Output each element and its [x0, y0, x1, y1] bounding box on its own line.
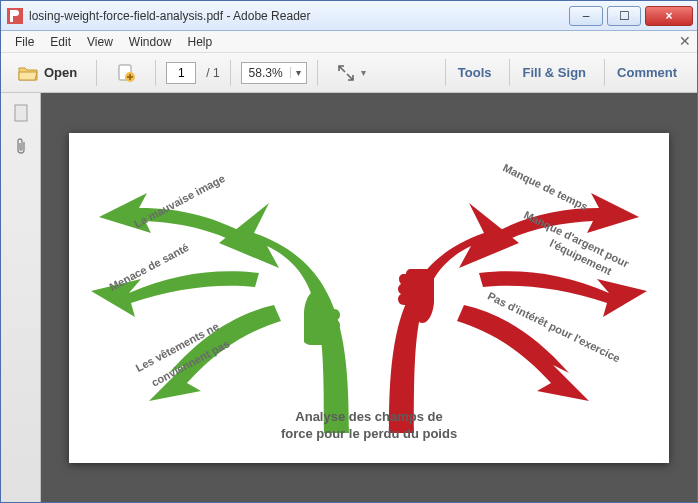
menu-view[interactable]: View: [79, 33, 121, 51]
window-title: losing-weight-force-field-analysis.pdf -…: [29, 9, 565, 23]
separator: [230, 60, 231, 86]
menu-window[interactable]: Window: [121, 33, 180, 51]
menu-edit[interactable]: Edit: [42, 33, 79, 51]
caption-line: Analyse des champs de: [239, 409, 499, 426]
svg-rect-3: [15, 105, 27, 121]
document-close-icon[interactable]: ✕: [679, 33, 691, 49]
folder-open-icon: [18, 64, 38, 82]
read-mode-button[interactable]: ▾: [328, 59, 375, 87]
caption-line: force pour le perdu du poids: [239, 426, 499, 443]
toolbar: Open / 1 58.3% ▾ ▾ Tools Fill & Sign Com…: [1, 53, 697, 93]
page-number-input[interactable]: [166, 62, 196, 84]
window-buttons: – ☐ ×: [565, 6, 693, 26]
page-thumbnails-button[interactable]: [11, 103, 31, 123]
document-viewport[interactable]: La mauvaise image Menace de santé Les vê…: [41, 93, 697, 502]
close-button[interactable]: ×: [645, 6, 693, 26]
titlebar[interactable]: losing-weight-force-field-analysis.pdf -…: [1, 1, 697, 31]
fill-sign-button[interactable]: Fill & Sign: [509, 59, 598, 86]
tools-button[interactable]: Tools: [445, 59, 504, 86]
separator: [155, 60, 156, 86]
chevron-down-icon[interactable]: ▾: [290, 67, 306, 78]
separator: [96, 60, 97, 86]
chevron-down-icon: ▾: [361, 67, 366, 78]
maximize-button[interactable]: ☐: [607, 6, 641, 26]
diagram-caption: Analyse des champs de force pour le perd…: [239, 409, 499, 443]
app-icon: [7, 8, 23, 24]
zoom-combobox[interactable]: 58.3% ▾: [241, 62, 307, 84]
export-pdf-icon: [116, 63, 136, 83]
minimize-button[interactable]: –: [569, 6, 603, 26]
page-total-label: / 1: [206, 66, 219, 80]
nav-sidebar: [1, 93, 41, 502]
open-button[interactable]: Open: [9, 59, 86, 87]
attachments-button[interactable]: [11, 137, 31, 157]
menu-file[interactable]: File: [7, 33, 42, 51]
zoom-value: 58.3%: [242, 66, 290, 80]
separator: [317, 60, 318, 86]
expand-arrows-icon: [337, 64, 355, 82]
menubar: File Edit View Window Help ✕: [1, 31, 697, 53]
export-pdf-button[interactable]: [107, 58, 145, 88]
content-area: La mauvaise image Menace de santé Les vê…: [1, 93, 697, 502]
paperclip-icon: [13, 138, 29, 156]
page-thumbnails-icon: [13, 104, 29, 122]
menu-help[interactable]: Help: [180, 33, 221, 51]
pdf-page: La mauvaise image Menace de santé Les vê…: [69, 133, 669, 463]
app-window: losing-weight-force-field-analysis.pdf -…: [0, 0, 698, 503]
comment-button[interactable]: Comment: [604, 59, 689, 86]
open-label: Open: [44, 65, 77, 80]
